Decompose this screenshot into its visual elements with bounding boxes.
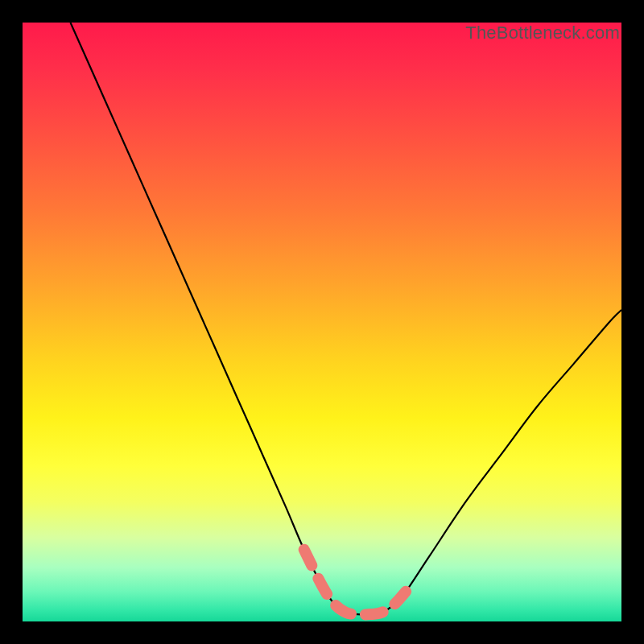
chart-frame: TheBottleneck.com (0, 0, 644, 644)
watermark-text: TheBottleneck.com (465, 23, 620, 43)
plot-area (23, 23, 621, 621)
chart-svg (23, 23, 621, 621)
bottom-marker (304, 550, 407, 615)
bottleneck-curve (71, 23, 622, 614)
